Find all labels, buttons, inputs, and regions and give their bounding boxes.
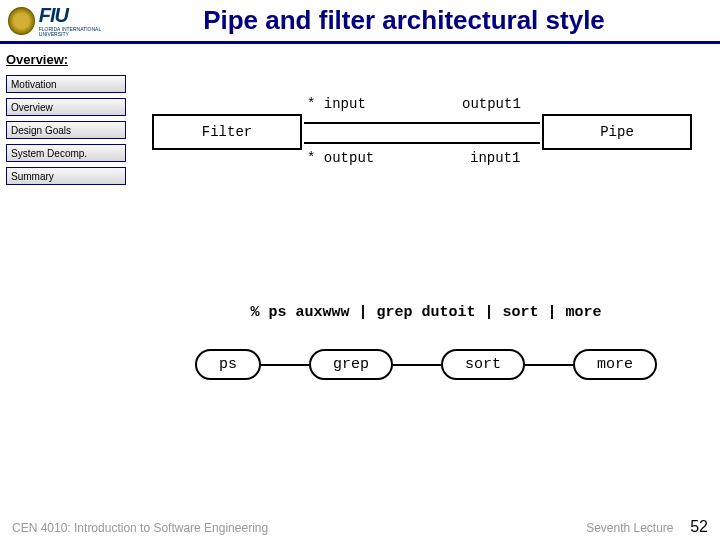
- sidebar-item-overview[interactable]: Overview: [6, 98, 126, 116]
- pipe-connector: [261, 364, 309, 366]
- footer-lecture: Seventh Lecture: [586, 521, 673, 535]
- logo-text: FIU: [39, 4, 128, 27]
- output1-label: output1: [462, 96, 521, 112]
- logo-subtext: FLORIDA INTERNATIONAL UNIVERSITY: [39, 27, 128, 37]
- pipeline-node-sort: sort: [441, 349, 525, 380]
- slide-header: FIU FLORIDA INTERNATIONAL UNIVERSITY Pip…: [0, 0, 720, 44]
- pipe-connector: [393, 364, 441, 366]
- logo-seal-icon: [8, 7, 35, 35]
- sidebar: Overview: Motivation Overview Design Goa…: [0, 44, 132, 516]
- connector-bottom: [304, 142, 540, 144]
- filter-label: Filter: [202, 124, 252, 140]
- sidebar-section-label: Overview:: [6, 52, 126, 67]
- pipeline-node-grep: grep: [309, 349, 393, 380]
- filter-box: Filter: [152, 114, 302, 150]
- sidebar-item-design-goals[interactable]: Design Goals: [6, 121, 126, 139]
- pipe-box: Pipe: [542, 114, 692, 150]
- pipe-label: Pipe: [600, 124, 634, 140]
- pipeline-node-more: more: [573, 349, 657, 380]
- page-number: 52: [690, 518, 708, 535]
- fiu-logo: FIU FLORIDA INTERNATIONAL UNIVERSITY: [8, 4, 128, 38]
- pipe-connector: [525, 364, 573, 366]
- pipeline-diagram: ps grep sort more: [152, 349, 700, 380]
- input1-label: input1: [470, 150, 520, 166]
- connector-top: [304, 122, 540, 124]
- sidebar-item-summary[interactable]: Summary: [6, 167, 126, 185]
- output-star-label: * output: [307, 150, 374, 166]
- footer-course: CEN 4010: Introduction to Software Engin…: [12, 521, 268, 535]
- slide-title: Pipe and filter architectural style: [128, 5, 720, 36]
- input-star-label: * input: [307, 96, 366, 112]
- pipeline-node-ps: ps: [195, 349, 261, 380]
- shell-command: % ps auxwww | grep dutoit | sort | more: [152, 304, 700, 321]
- filter-pipe-diagram: Filter Pipe * input output1 * output inp…: [152, 104, 700, 194]
- slide-footer: CEN 4010: Introduction to Software Engin…: [0, 518, 720, 536]
- slide-content: Filter Pipe * input output1 * output inp…: [132, 44, 720, 516]
- sidebar-item-motivation[interactable]: Motivation: [6, 75, 126, 93]
- sidebar-item-system-decomp[interactable]: System Decomp.: [6, 144, 126, 162]
